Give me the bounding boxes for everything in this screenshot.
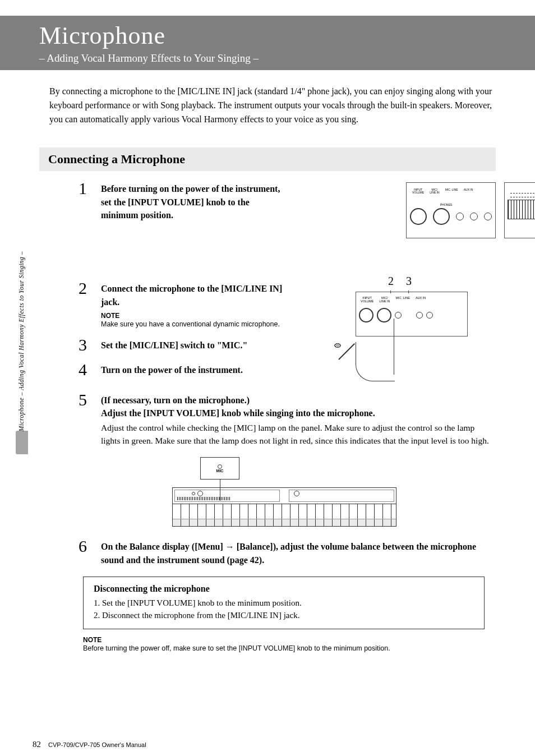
- label-mic-line-in: MIC/ LINE IN: [379, 297, 390, 303]
- step-number: 6: [79, 538, 98, 555]
- chapter-header: Microphone – Adding Vocal Harmony Effect…: [0, 16, 535, 70]
- step-text: Before turning on the power of the instr…: [101, 182, 280, 222]
- step-number: 5: [79, 391, 98, 408]
- callout-2: 2: [388, 275, 394, 288]
- mic-lamp-label: MIC: [216, 469, 224, 473]
- step-number: 3: [79, 336, 98, 353]
- keyboard-icon: [508, 200, 535, 219]
- note-label: NOTE: [101, 312, 292, 320]
- box-line-2: 2. Disconnect the microphone from the [M…: [94, 609, 474, 622]
- leader-line: [220, 480, 220, 501]
- chapter-subtitle: – Adding Vocal Harmony Effects to Your S…: [39, 52, 501, 64]
- label-input-volume: INPUT VOLUME: [412, 188, 424, 194]
- step-text: Set the [MIC/LINE] switch to "MIC.": [101, 339, 292, 352]
- instrument-side-diagram: [504, 182, 535, 238]
- section-heading: Connecting a Microphone: [39, 147, 496, 171]
- figure-panel-overview: INPUT VOLUME MIC/ LINE IN MIC. LINE AUX …: [406, 182, 496, 238]
- chapter-title: Microphone: [39, 21, 501, 50]
- bottom-note: NOTE Before turning the power off, make …: [83, 636, 485, 653]
- steps-list: INPUT VOLUME MIC/ LINE IN MIC. LINE AUX …: [79, 182, 490, 566]
- switch-icon: [395, 312, 402, 319]
- knob-icon: [410, 208, 427, 225]
- jack-icon: [470, 213, 478, 220]
- knob-icon: [197, 491, 203, 496]
- label-aux-in: AUX IN: [464, 188, 473, 194]
- label-input-volume: INPUT VOLUME: [361, 297, 373, 303]
- page-number: 82: [33, 740, 41, 749]
- lamp-icon: [218, 464, 222, 469]
- jack-icon: [433, 208, 450, 225]
- side-tab: [16, 431, 28, 454]
- label-mic-line-in: MIC/ LINE IN: [430, 188, 440, 194]
- figure-mic-lamp: MIC: [172, 457, 396, 527]
- control-strip: [172, 487, 396, 504]
- jack-icon: [426, 312, 433, 319]
- step-6: 6 On the Balance display ([Menu] → [Bala…: [79, 540, 490, 566]
- step-text: On the Balance display ([Menu] → [Balanc…: [101, 540, 490, 566]
- knob-icon: [359, 308, 373, 322]
- step-text-line1: (If necessary, turn on the microphone.): [101, 394, 490, 407]
- panel-segment: [289, 490, 394, 502]
- note-text: Make sure you have a conventional dynami…: [101, 320, 292, 329]
- box-title: Disconnecting the microphone: [94, 584, 474, 594]
- panel-segment: [174, 490, 280, 502]
- lamp-icon: [192, 492, 195, 495]
- step-text: Turn on the power of the instrument.: [101, 363, 292, 376]
- label-phones: PHONES: [440, 203, 452, 206]
- step-description: Adjust the control while checking the [M…: [101, 422, 490, 447]
- callout-3: 3: [406, 275, 412, 288]
- microphone-icon: [339, 359, 361, 360]
- step-text: Connect the microphone to the [MIC/LINE …: [101, 282, 292, 308]
- step-number: 4: [79, 361, 98, 378]
- footer-doc-title: CVP-709/CVP-705 Owner's Manual: [48, 741, 146, 748]
- step-5: 5 (If necessary, turn on the microphone.…: [79, 394, 490, 447]
- mic-lamp-callout: MIC: [200, 457, 239, 480]
- intro-paragraph: By connecting a microphone to the [MIC/L…: [49, 85, 496, 126]
- figure-connection-diagram: 2 3 INPUT VOLUME MIC/ LINE IN MIC. LINE …: [339, 275, 468, 387]
- label-mic-line: MIC. LINE: [445, 188, 458, 194]
- jack-icon: [377, 308, 391, 322]
- knob-icon: [294, 491, 299, 496]
- note-label: NOTE: [83, 636, 485, 644]
- box-line-1: 1. Set the [INPUT VOLUME] knob to the mi…: [94, 597, 474, 610]
- step-number: 1: [79, 180, 98, 197]
- note-text: Before turning the power off, make sure …: [83, 644, 485, 653]
- rear-panel-closeup: INPUT VOLUME MIC/ LINE IN MIC. LINE AUX …: [356, 292, 468, 336]
- cable-icon: [356, 342, 395, 381]
- step-text-line2: Adjust the [INPUT VOLUME] knob while sin…: [101, 407, 490, 420]
- step-number: 2: [79, 280, 98, 297]
- label-aux-in: AUX IN: [416, 297, 426, 303]
- side-running-title: Microphone – Adding Vocal Harmony Effect…: [18, 251, 25, 431]
- switch-icon: [456, 213, 464, 220]
- page-footer: 82 CVP-709/CVP-705 Owner's Manual: [33, 740, 146, 749]
- label-mic-line: MIC. LINE: [396, 297, 410, 303]
- keyboard-icon: [172, 504, 396, 527]
- disconnect-box: Disconnecting the microphone 1. Set the …: [83, 577, 485, 629]
- rear-panel-diagram: INPUT VOLUME MIC/ LINE IN MIC. LINE AUX …: [406, 182, 496, 238]
- jack-icon: [484, 213, 492, 220]
- jack-icon: [416, 312, 423, 319]
